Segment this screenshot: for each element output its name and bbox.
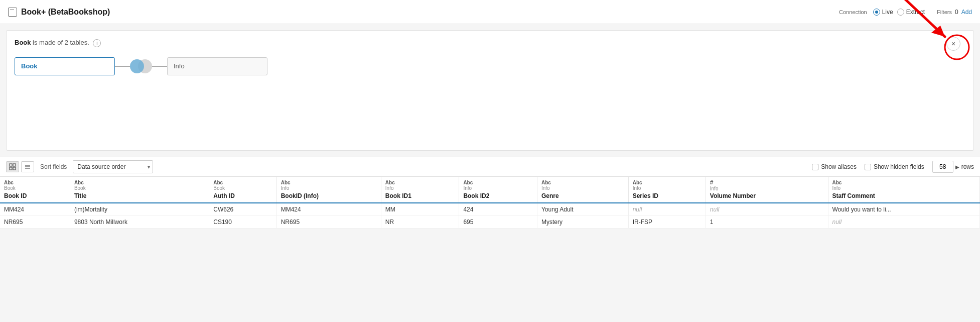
live-radio[interactable]: Live [873, 9, 893, 16]
join-diagram: Book Info [15, 57, 965, 75]
info-icon[interactable]: i [93, 39, 101, 47]
cell-1-9: null [828, 216, 980, 229]
cell-0-3: MM424 [276, 203, 381, 216]
grid-icon [9, 163, 16, 170]
show-aliases-label: Show aliases [821, 163, 857, 170]
col-type-5: AbcInfo [459, 177, 537, 191]
col-type-9: AbcInfo [828, 177, 980, 191]
canvas-description: is made of 2 tables. [31, 39, 89, 46]
connector-line-left [115, 66, 130, 67]
col-header-7[interactable]: Series ID [628, 191, 706, 203]
grid-view-button[interactable] [6, 161, 19, 172]
table-pill-book[interactable]: Book [15, 57, 115, 75]
show-hidden-option[interactable]: Show hidden fields [865, 163, 924, 170]
connection-group: Connection Live Extract [839, 9, 925, 16]
cell-0-6: Young Adult [537, 203, 628, 216]
col-header-0[interactable]: Book ID [0, 191, 70, 203]
close-button[interactable]: × [946, 37, 960, 51]
filters-count: 0 [955, 9, 958, 16]
cell-0-5: 424 [459, 203, 537, 216]
cell-1-7: IR-FSP [628, 216, 706, 229]
cell-0-7: null [628, 203, 706, 216]
cell-0-8: null [706, 203, 828, 216]
collapse-icon[interactable] [8, 8, 17, 17]
top-bar-left: Book+ (BetaBookshop) [8, 8, 839, 17]
cell-0-2: CW626 [209, 203, 276, 216]
col-header-4[interactable]: Book ID1 [381, 191, 459, 203]
extract-radio[interactable]: Extract [897, 9, 925, 16]
cell-0-0: MM424 [0, 203, 70, 216]
col-header-6[interactable]: Genre [537, 191, 628, 203]
list-view-button[interactable] [21, 161, 34, 172]
cell-1-3: NR695 [276, 216, 381, 229]
svg-rect-4 [13, 164, 16, 166]
table-pill-info[interactable]: Info [167, 57, 267, 75]
sort-fields-label: Sort fields [40, 163, 67, 170]
live-label: Live [882, 9, 893, 16]
filters-add-link[interactable]: Add [961, 9, 972, 16]
col-header-9[interactable]: Staff Comment [828, 191, 980, 203]
table-row: NR695 9803 North Millwork CS190 NR695 NR… [0, 216, 980, 229]
table-name: Book [15, 39, 31, 46]
cell-0-1: (im)Mortality [70, 203, 209, 216]
join-circle-left [130, 59, 144, 73]
svg-marker-1 [931, 26, 945, 37]
col-type-2: AbcBook [209, 177, 276, 191]
rows-input-group: ▶ rows [932, 161, 974, 173]
cell-1-2: CS190 [209, 216, 276, 229]
cell-1-0: NR695 [0, 216, 70, 229]
top-bar: Book+ (BetaBookshop) Connection Live Ext… [0, 0, 980, 24]
list-icon [24, 163, 31, 170]
col-header-1[interactable]: Title [70, 191, 209, 203]
top-bar-right: Connection Live Extract Filters 0 Add [839, 9, 972, 16]
col-header-3[interactable]: BookID (Info) [276, 191, 381, 203]
toolbar-right: Show aliases Show hidden fields ▶ rows [812, 161, 974, 173]
show-aliases-option[interactable]: Show aliases [812, 163, 857, 170]
table-body: MM424 (im)Mortality CW626 MM424 MM 424 Y… [0, 203, 980, 229]
col-type-8: #Info [706, 177, 828, 191]
data-table-wrapper: AbcBook AbcBook AbcBook AbcInfo AbcInfo … [0, 177, 980, 229]
filters-group: Filters 0 Add [937, 9, 972, 16]
show-aliases-checkbox[interactable] [812, 164, 818, 170]
col-header-8[interactable]: Volume Number [706, 191, 828, 203]
join-connector[interactable] [115, 59, 167, 73]
cell-1-4: NR [381, 216, 459, 229]
col-type-7: AbcInfo [628, 177, 706, 191]
extract-radio-dot [897, 9, 904, 16]
rows-label: rows [961, 163, 974, 170]
cell-1-6: Mystery [537, 216, 628, 229]
svg-rect-6 [13, 167, 16, 170]
col-type-1: AbcBook [70, 177, 209, 191]
extract-label: Extract [906, 9, 925, 16]
canvas-info: Book is made of 2 tables. i [15, 39, 965, 47]
show-hidden-label: Show hidden fields [874, 163, 924, 170]
data-table: AbcBook AbcBook AbcBook AbcInfo AbcInfo … [0, 177, 980, 229]
cell-1-8: 1 [706, 216, 828, 229]
connection-label: Connection [839, 9, 867, 15]
col-type-4: AbcInfo [381, 177, 459, 191]
col-header-5[interactable]: Book ID2 [459, 191, 537, 203]
cell-1-1: 9803 North Millwork [70, 216, 209, 229]
rows-input[interactable] [932, 161, 953, 173]
connector-line-right [152, 66, 167, 67]
cell-0-4: MM [381, 203, 459, 216]
table-header-row: Book ID Title Auth ID BookID (Info) Book… [0, 191, 980, 203]
sort-select[interactable]: Data source orderAlphabetical [73, 160, 153, 173]
table-type-row: AbcBook AbcBook AbcBook AbcInfo AbcInfo … [0, 177, 980, 191]
svg-rect-3 [10, 164, 12, 166]
filters-label: Filters [937, 9, 952, 15]
col-type-6: AbcInfo [537, 177, 628, 191]
show-hidden-checkbox[interactable] [865, 164, 871, 170]
col-type-0: AbcBook [0, 177, 70, 191]
svg-rect-5 [10, 167, 12, 170]
col-header-2[interactable]: Auth ID [209, 191, 276, 203]
join-canvas: Book is made of 2 tables. i Book Info [6, 30, 974, 151]
live-radio-dot [873, 9, 880, 16]
bottom-toolbar: Sort fields Data source orderAlphabetica… [0, 157, 980, 177]
table-row: MM424 (im)Mortality CW626 MM424 MM 424 Y… [0, 203, 980, 216]
close-btn-area: × [946, 37, 967, 58]
page-title: Book+ (BetaBookshop) [21, 8, 110, 17]
close-btn-container: × [946, 37, 967, 58]
rows-arrow[interactable]: ▶ [955, 164, 959, 170]
col-type-3: AbcInfo [276, 177, 381, 191]
